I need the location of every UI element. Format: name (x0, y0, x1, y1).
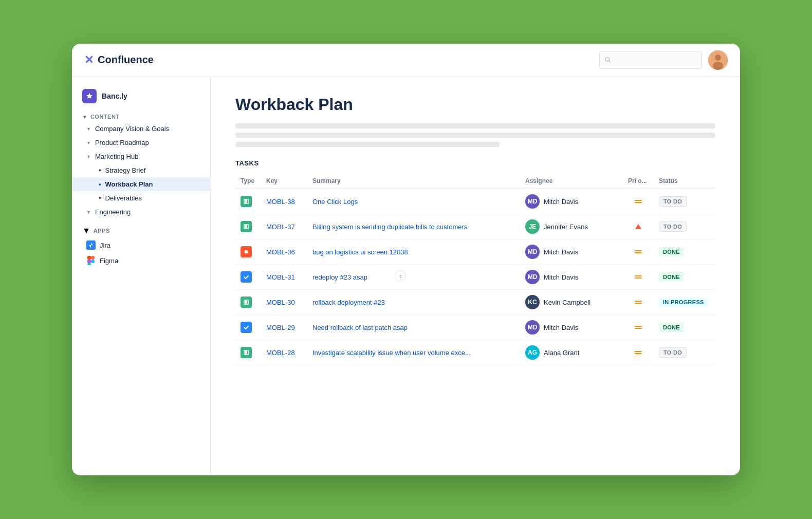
sidebar-apps-header[interactable]: ▼ APPS (72, 219, 210, 237)
logo-area: ✕ Confluence (84, 53, 593, 67)
cell-status: DONE (654, 239, 715, 265)
app-name: Confluence (98, 54, 154, 66)
status-badge: TO DO (659, 196, 687, 207)
cell-summary[interactable]: bug on logistics ui screen 12038 (307, 239, 520, 265)
skeleton-line-3 (235, 142, 500, 147)
search-input[interactable] (614, 56, 696, 64)
assignee-name: Mitch Davis (544, 273, 578, 281)
col-header-type: Type (235, 173, 261, 189)
task-summary-link[interactable]: Investigate scalability issue when user … (312, 349, 471, 357)
table-header-row: Type Key Summary Assignee (235, 173, 715, 189)
status-badge: DONE (659, 323, 684, 332)
space-name: Banc.ly (102, 92, 127, 100)
task-key-link[interactable]: MOBL-29 (266, 324, 295, 331)
cell-type (235, 290, 261, 315)
sidebar-item-engineering[interactable]: ▼ Engineering (72, 205, 210, 219)
content-chevron-icon: ▼ (82, 114, 87, 120)
assignee-avatar: AG (525, 345, 540, 360)
cell-key[interactable]: MOBL-38 (261, 189, 307, 214)
cell-assignee: MD Mitch Davis (520, 315, 623, 340)
cell-key[interactable]: MOBL-36 (261, 239, 307, 265)
sidebar-item-figma[interactable]: Figma (72, 253, 210, 268)
cell-summary[interactable]: Investigate scalability issue when user … (307, 340, 520, 365)
sidebar-space[interactable]: Banc.ly (72, 85, 210, 109)
jira-label: Jira (100, 242, 110, 249)
status-badge: TO DO (659, 347, 687, 358)
cell-summary[interactable]: Need rollback of last patch asap (307, 315, 520, 340)
page-title: Workback Plan (235, 95, 715, 114)
sidebar-item-company-vision[interactable]: ▼ Company Vision & Goals (72, 122, 210, 136)
assignee-cell: KC Kevin Campbell (525, 295, 618, 309)
cell-summary[interactable]: Billing system is sending duplicate bill… (307, 214, 520, 239)
priority-icon (628, 224, 649, 230)
cell-type (235, 189, 261, 214)
col-header-key: Key (261, 173, 307, 189)
cell-key[interactable]: MOBL-31 (261, 265, 307, 290)
table-row: MOBL-28 Investigate scalability issue wh… (235, 340, 715, 365)
table-row: MOBL-36 bug on logistics ui screen 12038… (235, 239, 715, 265)
cell-key[interactable]: MOBL-37 (261, 214, 307, 239)
table-row: MOBL-31 redeploy #23 asap MD Mitch Davis… (235, 265, 715, 290)
sidebar-item-workback-plan[interactable]: • Workback Plan (72, 177, 210, 191)
svg-rect-5 (87, 256, 91, 260)
task-summary-link[interactable]: Need rollback of last patch asap (312, 324, 408, 331)
svg-rect-7 (87, 260, 91, 263)
confluence-logo-icon: ✕ (84, 53, 94, 67)
task-key-link[interactable]: MOBL-38 (266, 198, 295, 206)
status-badge: DONE (659, 272, 684, 282)
svg-line-1 (609, 61, 611, 62)
cell-summary[interactable]: One Click Logs (307, 189, 520, 214)
status-badge: IN PROGRESS (659, 298, 708, 307)
cell-priority (623, 340, 654, 365)
task-key-link[interactable]: MOBL-36 (266, 248, 295, 256)
type-icon (241, 271, 252, 283)
task-key-link[interactable]: MOBL-37 (266, 223, 295, 231)
content-section-label: CONTENT (90, 114, 120, 120)
cell-key[interactable]: MOBL-30 (261, 290, 307, 315)
main-content: Workback Plan TASKS Type (211, 77, 740, 475)
space-icon (82, 89, 97, 103)
task-key-link[interactable]: MOBL-28 (266, 349, 295, 357)
assignee-cell: MD Mitch Davis (525, 245, 618, 259)
cell-summary[interactable]: redeploy #23 asap (307, 265, 520, 290)
sidebar-item-deliverables[interactable]: • Deliverables (72, 191, 210, 205)
sidebar-toggle[interactable]: ‹ (395, 270, 406, 282)
task-summary-link[interactable]: bug on logistics ui screen 12038 (312, 248, 408, 256)
main-area: Banc.ly ▼ CONTENT ▼ Company Vision & Goa… (72, 77, 740, 475)
task-key-link[interactable]: MOBL-30 (266, 299, 295, 306)
sidebar-content-header[interactable]: ▼ CONTENT (72, 109, 210, 122)
skeleton-line-1 (235, 123, 715, 128)
task-summary-link[interactable]: Billing system is sending duplicate bill… (312, 223, 467, 231)
tasks-section: TASKS Type Key Summary (235, 159, 715, 365)
cell-status: DONE (654, 265, 715, 290)
search-bar[interactable] (599, 51, 702, 69)
task-key-link[interactable]: MOBL-31 (266, 273, 295, 281)
priority-icon (628, 198, 649, 205)
cell-key[interactable]: MOBL-29 (261, 315, 307, 340)
sidebar-item-marketing-hub[interactable]: ▼ Marketing Hub (72, 150, 210, 163)
priority-icon (628, 274, 649, 280)
cell-status: TO DO (654, 340, 715, 365)
task-summary-link[interactable]: rollback deployment #23 (312, 299, 385, 306)
table-row: MOBL-38 One Click Logs MD Mitch Davis TO… (235, 189, 715, 214)
task-summary-link[interactable]: redeploy #23 asap (312, 273, 367, 281)
cell-status: TO DO (654, 214, 715, 239)
sidebar-item-product-roadmap[interactable]: ▼ Product Roadmap (72, 136, 210, 150)
assignee-cell: AG Alana Grant (525, 345, 618, 360)
assignee-avatar: JE (525, 219, 540, 234)
cell-key[interactable]: MOBL-28 (261, 340, 307, 365)
cell-priority (623, 265, 654, 290)
tasks-table: Type Key Summary Assignee (235, 173, 715, 365)
col-header-assignee: Assignee (520, 173, 623, 189)
status-badge: TO DO (659, 221, 687, 232)
bullet-icon: • (99, 180, 101, 188)
svg-point-3 (715, 54, 721, 61)
svg-rect-12 (245, 250, 248, 253)
task-summary-link[interactable]: One Click Logs (312, 198, 358, 206)
sidebar-item-strategy-brief[interactable]: • Strategy Brief (72, 163, 210, 177)
assignee-cell: MD Mitch Davis (525, 270, 618, 284)
cell-summary[interactable]: rollback deployment #23 (307, 290, 520, 315)
sidebar-item-jira[interactable]: Jira (72, 237, 210, 253)
user-avatar[interactable] (708, 50, 728, 70)
type-icon (241, 221, 252, 232)
